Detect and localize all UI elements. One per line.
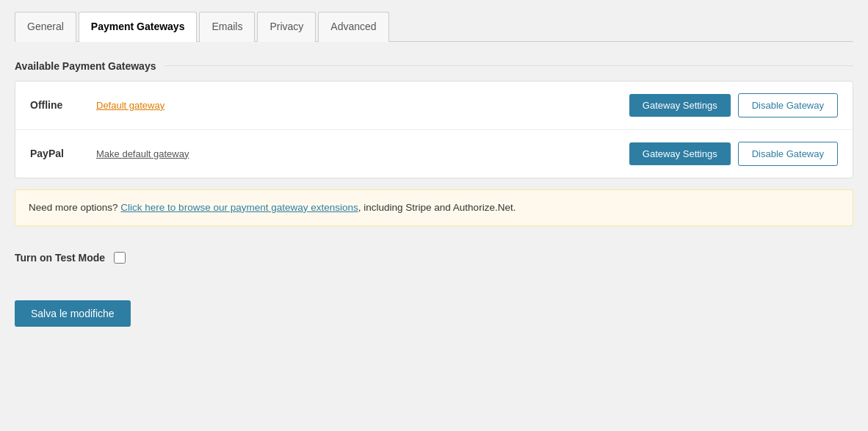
tab-advanced[interactable]: Advanced [318, 12, 388, 42]
section-title: Available Payment Gateways [15, 60, 853, 72]
gateways-container: Offline Default gateway Gateway Settings… [15, 81, 853, 178]
gateway-actions-paypal: Gateway Settings Disable Gateway [629, 142, 838, 166]
save-button[interactable]: Salva le modifiche [15, 300, 131, 327]
info-box-link[interactable]: Click here to browse our payment gateway… [120, 202, 358, 213]
gateway-name-paypal: PayPal [30, 148, 89, 159]
gateway-settings-button-offline[interactable]: Gateway Settings [629, 94, 731, 117]
test-mode-checkbox[interactable] [114, 252, 126, 264]
info-box-suffix: , including Stripe and Authorize.Net. [358, 202, 516, 213]
info-box: Need more options? Click here to browse … [15, 189, 853, 226]
info-box-prefix: Need more options? [29, 202, 118, 213]
gateway-row-offline: Offline Default gateway Gateway Settings… [15, 82, 853, 130]
section-title-text: Available Payment Gateways [15, 60, 156, 72]
gateway-row-paypal: PayPal Make default gateway Gateway Sett… [15, 130, 853, 178]
gateway-status-offline[interactable]: Default gateway [96, 100, 164, 111]
test-mode-label: Turn on Test Mode [15, 252, 105, 264]
tab-general[interactable]: General [15, 12, 76, 42]
gateway-settings-button-paypal[interactable]: Gateway Settings [629, 142, 731, 165]
gateway-name-offline: Offline [30, 99, 89, 111]
gateway-disable-button-paypal[interactable]: Disable Gateway [738, 142, 838, 166]
gateway-actions-offline: Gateway Settings Disable Gateway [629, 93, 838, 117]
test-mode-row: Turn on Test Mode [15, 245, 853, 271]
page-container: General Payment Gateways Emails Privacy … [0, 0, 868, 338]
tab-payment-gateways[interactable]: Payment Gateways [79, 12, 198, 42]
tabs-bar: General Payment Gateways Emails Privacy … [15, 11, 853, 42]
gateway-status-paypal[interactable]: Make default gateway [96, 148, 189, 159]
tab-privacy[interactable]: Privacy [257, 12, 316, 42]
tab-emails[interactable]: Emails [199, 12, 255, 42]
gateway-disable-button-offline[interactable]: Disable Gateway [738, 93, 838, 117]
